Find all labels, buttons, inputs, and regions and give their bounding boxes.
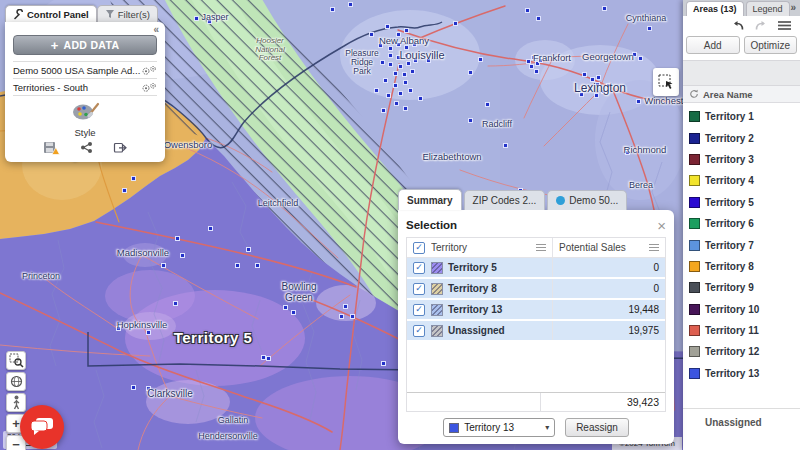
layer-label: Demo 5000 USA Sample Ad... bbox=[13, 65, 140, 76]
zoom-area-icon bbox=[9, 353, 24, 368]
table-row[interactable]: ✓ Unassigned 19,975 bbox=[407, 321, 665, 342]
locate-button[interactable] bbox=[6, 372, 26, 391]
add-data-button[interactable]: + ADD DATA bbox=[13, 35, 157, 55]
area-color-swatch bbox=[689, 368, 700, 379]
tab-zip-codes-label: ZIP Codes 2... bbox=[473, 195, 537, 206]
row-checkbox[interactable]: ✓ bbox=[413, 304, 425, 316]
territory-dropdown[interactable]: Territory 13 ▾ bbox=[443, 418, 555, 437]
unassigned-row[interactable]: Unassigned bbox=[683, 408, 800, 428]
area-color-swatch bbox=[689, 175, 700, 186]
add-area-button[interactable]: Add bbox=[686, 36, 740, 54]
zoom-to-area-button[interactable] bbox=[6, 351, 26, 370]
plus-icon: + bbox=[51, 39, 59, 52]
export-icon[interactable] bbox=[113, 141, 128, 154]
area-row[interactable]: Territory 1 bbox=[683, 106, 800, 127]
row-value: 19,975 bbox=[628, 325, 659, 336]
tab-summary[interactable]: Summary bbox=[398, 189, 462, 210]
row-checkbox[interactable]: ✓ bbox=[413, 325, 425, 337]
sidebar-collapse-icon[interactable]: » bbox=[790, 2, 796, 13]
area-color-swatch bbox=[689, 304, 700, 315]
row-territory-label: Territory 8 bbox=[448, 283, 497, 294]
panel-action-icons bbox=[13, 138, 157, 156]
control-panel-body: « + ADD DATA Demo 5000 USA Sample Ad... … bbox=[5, 22, 165, 162]
area-row[interactable]: Territory 10 bbox=[683, 299, 800, 320]
optimize-button[interactable]: Optimize bbox=[744, 36, 798, 54]
area-row[interactable]: Territory 8 bbox=[683, 256, 800, 277]
reassign-button[interactable]: Reassign bbox=[565, 418, 629, 437]
area-name-label: Territory 12 bbox=[705, 346, 759, 357]
gears-icon[interactable] bbox=[141, 82, 157, 93]
panel-collapse-icon[interactable]: « bbox=[153, 24, 159, 35]
selection-table: ✓ Territory Potential Sales ✓ Territory … bbox=[406, 237, 666, 412]
share-icon[interactable] bbox=[80, 141, 93, 154]
table-row[interactable]: ✓ Territory 8 0 bbox=[407, 279, 665, 300]
tab-filters[interactable]: Filter(s) bbox=[97, 5, 158, 22]
gears-icon[interactable] bbox=[141, 65, 157, 76]
tab-demo-label: Demo 50... bbox=[569, 195, 618, 206]
dropdown-swatch bbox=[449, 423, 459, 433]
area-row[interactable]: Territory 3 bbox=[683, 149, 800, 170]
selection-popup: Summary ZIP Codes 2... Demo 50... Select… bbox=[398, 189, 674, 444]
redo-icon[interactable] bbox=[754, 20, 768, 31]
sync-icon[interactable] bbox=[689, 89, 699, 99]
chat-widget-button[interactable] bbox=[20, 405, 64, 449]
area-color-swatch bbox=[689, 261, 700, 272]
popup-tabs: Summary ZIP Codes 2... Demo 50... bbox=[398, 189, 674, 210]
area-row[interactable]: Territory 4 bbox=[683, 170, 800, 191]
globe-icon bbox=[10, 375, 23, 388]
pegman-icon bbox=[12, 395, 21, 410]
close-icon[interactable]: × bbox=[657, 218, 666, 233]
area-row[interactable]: Territory 11 bbox=[683, 320, 800, 341]
area-name-header[interactable]: Area Name bbox=[703, 89, 753, 100]
territory-swatch bbox=[431, 325, 443, 337]
area-row[interactable]: Territory 12 bbox=[683, 341, 800, 362]
menu-icon[interactable] bbox=[777, 20, 792, 31]
save-warning-icon[interactable] bbox=[43, 141, 60, 155]
area-name-label: Territory 8 bbox=[705, 261, 754, 272]
area-row[interactable]: Territory 7 bbox=[683, 234, 800, 255]
row-checkbox[interactable]: ✓ bbox=[413, 262, 425, 274]
undo-icon[interactable] bbox=[731, 20, 745, 31]
style-button[interactable]: Style bbox=[13, 96, 157, 138]
tab-zip-codes[interactable]: ZIP Codes 2... bbox=[464, 190, 546, 210]
total-row: 39,423 bbox=[407, 392, 665, 411]
area-name-label: Territory 3 bbox=[705, 154, 754, 165]
area-name-label: Territory 9 bbox=[705, 282, 754, 293]
tab-legend[interactable]: Legend bbox=[746, 1, 790, 16]
area-name-label: Territory 5 bbox=[705, 197, 754, 208]
wrench-icon bbox=[13, 9, 24, 20]
tab-areas[interactable]: Areas (13) bbox=[686, 1, 744, 16]
palette-icon bbox=[69, 99, 101, 122]
column-menu-icon[interactable] bbox=[536, 244, 546, 251]
areas-sidebar: Areas (13) Legend » Add Optimize bbox=[683, 0, 800, 450]
column-menu-icon[interactable] bbox=[649, 244, 659, 251]
area-color-swatch bbox=[689, 325, 700, 336]
area-name-label: Territory 1 bbox=[705, 111, 754, 122]
streetview-button[interactable] bbox=[6, 393, 26, 412]
layer-row-demo-data[interactable]: Demo 5000 USA Sample Ad... bbox=[13, 62, 157, 79]
area-row[interactable]: Territory 6 bbox=[683, 213, 800, 234]
sidebar-tabs: Areas (13) Legend » bbox=[683, 0, 800, 16]
table-row[interactable]: ✓ Territory 13 19,448 bbox=[407, 300, 665, 321]
potential-sales-column-header[interactable]: Potential Sales bbox=[559, 242, 626, 253]
area-row[interactable]: Territory 13 bbox=[683, 363, 800, 384]
table-empty-space bbox=[407, 342, 665, 392]
area-color-swatch bbox=[689, 133, 700, 144]
tab-demo-data[interactable]: Demo 50... bbox=[547, 190, 627, 210]
tab-control-panel[interactable]: Control Panel bbox=[5, 5, 97, 22]
area-row[interactable]: Territory 5 bbox=[683, 192, 800, 213]
layer-row-territories[interactable]: Territories - South bbox=[13, 79, 157, 96]
sidebar-toolbar bbox=[683, 16, 800, 33]
area-row[interactable]: Territory 2 bbox=[683, 127, 800, 148]
sidebar-filter-strip bbox=[683, 60, 800, 86]
row-checkbox[interactable]: ✓ bbox=[413, 283, 425, 295]
territory-column-header[interactable]: Territory bbox=[431, 242, 467, 253]
select-all-checkbox[interactable]: ✓ bbox=[413, 242, 425, 254]
area-row[interactable]: Territory 9 bbox=[683, 277, 800, 298]
table-row[interactable]: ✓ Territory 5 0 bbox=[407, 258, 665, 279]
total-value: 39,423 bbox=[541, 396, 665, 408]
lasso-select-tool[interactable] bbox=[653, 68, 679, 96]
area-color-swatch bbox=[689, 282, 700, 293]
area-name-label: Territory 10 bbox=[705, 304, 759, 315]
chat-icon bbox=[30, 417, 54, 437]
